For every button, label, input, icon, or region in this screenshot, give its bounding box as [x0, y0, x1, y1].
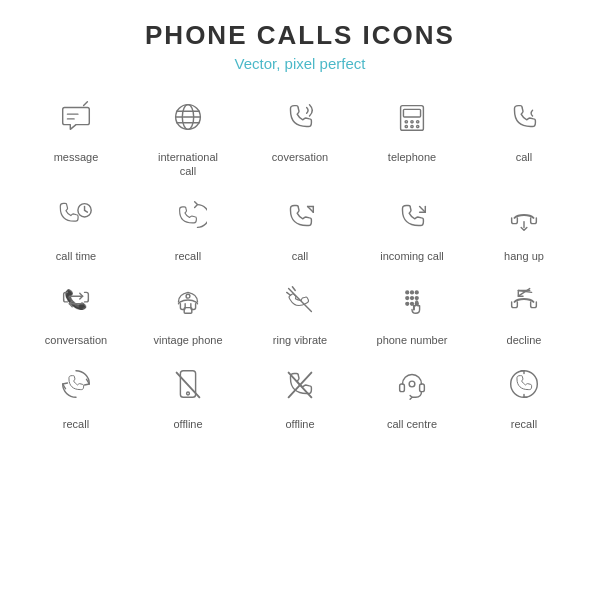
svg-point-13: [411, 125, 413, 127]
icon-label-conversation2: conversation: [45, 333, 107, 347]
icon-label-recall: recall: [175, 249, 201, 263]
icon-label-call-centre: call centre: [387, 417, 437, 431]
svg-line-31: [287, 292, 291, 295]
icon-international-call: internationalcall: [132, 90, 244, 179]
icon-label-call-time: call time: [56, 249, 96, 263]
icon-label-decline: decline: [507, 333, 542, 347]
icon-label-phone-number: phone number: [377, 333, 448, 347]
icon-call2: call: [244, 189, 356, 263]
icon-label-call2: call: [292, 249, 309, 263]
svg-line-17: [85, 210, 88, 212]
svg-point-35: [415, 291, 418, 294]
svg-point-47: [187, 392, 190, 395]
svg-line-21: [420, 206, 426, 212]
icon-label-message: message: [54, 150, 99, 164]
svg-point-10: [411, 121, 413, 123]
svg-line-32: [292, 287, 295, 291]
icon-coversation: coversation: [244, 90, 356, 179]
icon-label-vintage-phone: vintage phone: [153, 333, 222, 347]
icon-label-offline2: offline: [285, 417, 314, 431]
icon-label-recall3: recall: [511, 417, 537, 431]
svg-line-19: [308, 206, 314, 212]
icon-recall2: recall: [20, 357, 132, 431]
icon-call: call: [468, 90, 580, 179]
icon-label-telephone: telephone: [388, 150, 436, 164]
icon-phone-number: phone number: [356, 273, 468, 347]
icon-recall3: recall: [468, 357, 580, 431]
icon-vintage-phone: vintage phone: [132, 273, 244, 347]
svg-rect-8: [403, 109, 420, 117]
svg-point-40: [411, 302, 414, 305]
page-title: PHONE CALLS ICONS: [145, 20, 455, 51]
icon-call-centre: call centre: [356, 357, 468, 431]
svg-point-33: [406, 291, 409, 294]
icon-call-time: call time: [20, 189, 132, 263]
svg-rect-51: [400, 384, 405, 392]
svg-point-29: [186, 294, 190, 298]
icon-telephone: telephone: [356, 90, 468, 179]
icon-decline: decline: [468, 273, 580, 347]
icon-offline2: offline: [244, 357, 356, 431]
icon-label-ring-vibrate: ring vibrate: [273, 333, 327, 347]
icon-label-coversation: coversation: [272, 150, 328, 164]
icon-hang-up: hang up: [468, 189, 580, 263]
icon-label-recall2: recall: [63, 417, 89, 431]
icon-offline1: offline: [132, 357, 244, 431]
icon-label-international-call: internationalcall: [158, 150, 218, 179]
svg-point-53: [409, 381, 415, 387]
icon-recall: recall: [132, 189, 244, 263]
icon-message: message: [20, 90, 132, 179]
icon-label-offline1: offline: [173, 417, 202, 431]
svg-rect-52: [420, 384, 425, 392]
svg-point-38: [415, 297, 418, 300]
icons-grid: message internationalcall coversation: [20, 90, 580, 431]
svg-point-9: [405, 121, 407, 123]
svg-point-14: [417, 125, 419, 127]
icon-conversation2: 📞 conversation: [20, 273, 132, 347]
svg-point-11: [417, 121, 419, 123]
icon-label-incoming-call: incoming call: [380, 249, 444, 263]
svg-point-39: [406, 302, 409, 305]
page-subtitle: Vector, pixel perfect: [235, 55, 366, 72]
svg-point-37: [411, 297, 414, 300]
svg-text:📞: 📞: [64, 288, 88, 311]
svg-point-12: [405, 125, 407, 127]
icon-label-hang-up: hang up: [504, 249, 544, 263]
svg-point-34: [411, 291, 414, 294]
svg-point-36: [406, 297, 409, 300]
icon-label-call: call: [516, 150, 533, 164]
icon-ring-vibrate: ring vibrate: [244, 273, 356, 347]
icon-incoming-call: incoming call: [356, 189, 468, 263]
